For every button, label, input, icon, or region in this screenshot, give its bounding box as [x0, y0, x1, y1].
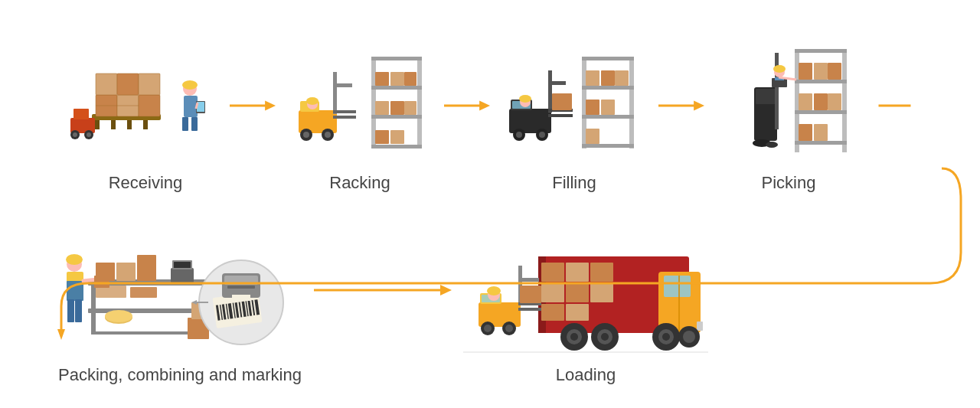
- svg-rect-182: [541, 304, 564, 321]
- svg-rect-34: [333, 110, 356, 113]
- svg-point-129: [66, 254, 83, 265]
- svg-rect-176: [541, 263, 564, 282]
- svg-rect-49: [390, 72, 404, 86]
- arrow-2: [444, 96, 490, 115]
- svg-rect-51: [375, 101, 389, 115]
- svg-point-91: [773, 65, 786, 73]
- svg-rect-96: [842, 49, 847, 152]
- svg-rect-15: [74, 109, 89, 119]
- svg-rect-161: [664, 276, 691, 297]
- receiving-illustration: [69, 41, 222, 164]
- svg-point-195: [505, 325, 513, 332]
- svg-point-169: [601, 333, 609, 341]
- svg-rect-88: [775, 53, 779, 129]
- step-filling: Filling: [490, 41, 658, 193]
- arrow-1: [230, 96, 276, 115]
- picking-illustration: [712, 41, 865, 164]
- loading-illustration: [463, 218, 708, 356]
- top-row: Receiving: [0, 0, 980, 218]
- svg-rect-100: [795, 141, 847, 145]
- svg-point-69: [539, 132, 545, 138]
- svg-rect-83: [586, 129, 599, 144]
- svg-rect-135: [94, 276, 109, 288]
- svg-rect-181: [590, 283, 613, 302]
- svg-point-94: [766, 142, 778, 148]
- svg-rect-183: [566, 304, 589, 321]
- svg-rect-35: [333, 116, 356, 119]
- packing-label: Packing, combining and marking: [58, 365, 302, 385]
- svg-rect-52: [390, 101, 404, 115]
- receiving-label: Receiving: [109, 173, 183, 193]
- svg-rect-180: [566, 283, 589, 302]
- svg-rect-32: [333, 72, 337, 114]
- svg-rect-9: [96, 73, 117, 95]
- svg-point-124: [105, 310, 132, 322]
- filling-illustration: [498, 41, 651, 164]
- svg-marker-158: [440, 285, 452, 295]
- svg-point-41: [306, 97, 318, 105]
- svg-rect-127: [174, 262, 191, 268]
- svg-rect-77: [582, 144, 634, 148]
- svg-point-37: [303, 132, 309, 138]
- svg-rect-79: [601, 70, 615, 86]
- svg-rect-10: [117, 73, 139, 95]
- svg-rect-105: [814, 93, 828, 110]
- svg-rect-5: [143, 120, 148, 129]
- svg-rect-78: [586, 70, 599, 86]
- svg-rect-108: [814, 124, 828, 141]
- step-racking: Racking: [276, 41, 444, 193]
- svg-marker-29: [265, 100, 276, 110]
- svg-point-197: [487, 286, 501, 295]
- svg-rect-53: [404, 101, 416, 115]
- svg-rect-55: [390, 130, 404, 144]
- svg-rect-178: [590, 263, 613, 282]
- svg-point-19: [87, 132, 91, 137]
- svg-point-172: [662, 333, 670, 341]
- svg-rect-120: [130, 287, 157, 298]
- svg-rect-118: [137, 255, 156, 281]
- svg-point-193: [484, 325, 492, 332]
- svg-rect-2: [95, 120, 100, 129]
- svg-rect-23: [191, 117, 198, 131]
- svg-rect-65: [552, 93, 572, 110]
- svg-rect-117: [116, 263, 136, 281]
- svg-rect-54: [375, 130, 389, 144]
- svg-rect-80: [615, 70, 629, 86]
- svg-point-67: [516, 132, 522, 138]
- svg-line-27: [196, 103, 198, 109]
- svg-rect-191: [520, 286, 541, 303]
- svg-rect-154: [232, 295, 250, 301]
- svg-rect-62: [552, 81, 566, 85]
- svg-rect-64: [548, 114, 573, 117]
- main-container: Receiving: [0, 0, 980, 408]
- picking-label: Picking: [762, 173, 816, 193]
- svg-rect-50: [404, 72, 416, 86]
- svg-rect-8: [139, 95, 160, 116]
- svg-point-71: [519, 95, 531, 103]
- svg-marker-85: [694, 100, 704, 110]
- packing-illustration: [57, 218, 302, 356]
- svg-rect-125: [171, 268, 194, 283]
- svg-rect-75: [582, 86, 634, 90]
- svg-rect-61: [548, 70, 552, 113]
- svg-rect-4: [127, 120, 132, 129]
- loading-label: Loading: [556, 365, 616, 385]
- svg-rect-179: [541, 283, 564, 302]
- svg-rect-33: [337, 83, 352, 87]
- svg-rect-22: [182, 117, 188, 131]
- svg-rect-99: [795, 110, 847, 114]
- svg-rect-153: [227, 286, 255, 289]
- filling-label: Filling: [552, 173, 596, 193]
- svg-rect-76: [582, 115, 634, 119]
- svg-rect-43: [417, 57, 422, 149]
- svg-rect-106: [828, 93, 841, 110]
- svg-rect-46: [371, 115, 422, 119]
- racking-illustration: [283, 41, 436, 164]
- svg-point-39: [325, 132, 331, 138]
- svg-rect-132: [67, 299, 74, 322]
- svg-rect-87: [756, 89, 776, 104]
- svg-rect-163: [697, 322, 703, 331]
- svg-rect-11: [139, 73, 160, 95]
- svg-rect-103: [828, 63, 841, 80]
- svg-rect-73: [629, 57, 634, 149]
